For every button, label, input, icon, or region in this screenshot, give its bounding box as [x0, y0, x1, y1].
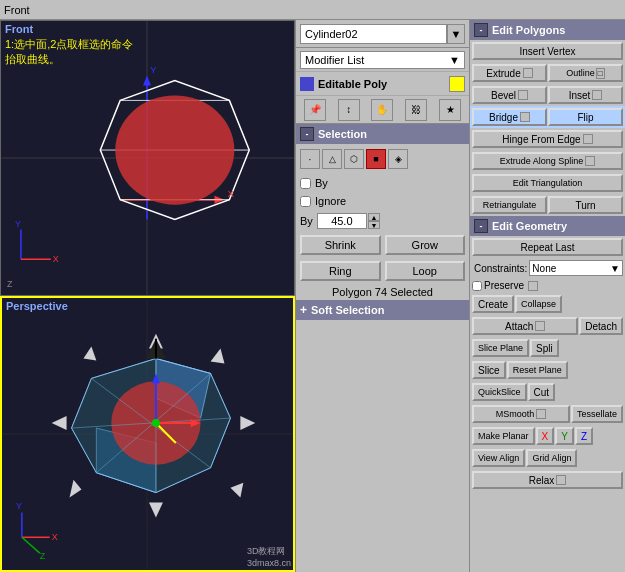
edit-triangulation-btn[interactable]: Edit Triangulation	[472, 174, 623, 192]
ep-indicator	[300, 77, 314, 91]
repeat-last-row: Repeat Last	[470, 236, 625, 258]
repeat-last-btn[interactable]: Repeat Last	[472, 238, 623, 256]
icon-chain[interactable]: ⛓	[405, 99, 427, 121]
middle-panel: Cylinder02 ▼ Modifier List ▼ Editable Po…	[295, 20, 470, 572]
retri-turn-row: Retriangulate Turn	[470, 194, 625, 216]
constraints-dropdown[interactable]: None ▼	[529, 260, 623, 276]
extrude-spline-sq[interactable]	[585, 156, 595, 166]
msmooth-btn[interactable]: MSmooth	[472, 405, 570, 423]
edit-polygons-minus-btn[interactable]: -	[474, 23, 488, 37]
ep-color-box[interactable]	[449, 76, 465, 92]
make-planar-btn[interactable]: Make Planar	[472, 427, 535, 445]
svg-point-42	[152, 419, 160, 427]
icon-pin[interactable]: 📌	[304, 99, 326, 121]
spinner-down[interactable]: ▼	[368, 221, 380, 229]
flip-btn[interactable]: Flip	[548, 108, 623, 126]
shrink-btn[interactable]: Shrink	[300, 235, 381, 255]
ring-loop-row: Ring Loop	[296, 258, 469, 284]
ignore-checkbox-row: Ignore	[296, 192, 469, 210]
z-btn[interactable]: Z	[575, 427, 593, 445]
slice-plane-btn[interactable]: Slice Plane	[472, 339, 529, 357]
sel-icon-element[interactable]: ◈	[388, 149, 408, 169]
modifier-list-dropdown[interactable]: Modifier List ▼	[300, 51, 465, 69]
svg-marker-31	[149, 503, 163, 518]
preserve-label: Preserve	[484, 280, 524, 291]
outline-sq[interactable]: □	[596, 68, 605, 79]
bridge-sq[interactable]	[520, 112, 530, 122]
extrude-sq[interactable]	[523, 68, 533, 78]
preserve-checkbox[interactable]	[472, 281, 482, 291]
cylinder-dropdown-arrow[interactable]: ▼	[447, 24, 465, 44]
shrink-grow-row: Shrink Grow	[296, 232, 469, 258]
preserve-sq[interactable]	[528, 281, 538, 291]
bridge-btn[interactable]: Bridge	[472, 108, 547, 126]
sel-icon-poly[interactable]: ■	[366, 149, 386, 169]
attach-btn[interactable]: Attach	[472, 317, 578, 335]
by-value-input[interactable]	[317, 213, 367, 229]
y-btn[interactable]: Y	[555, 427, 574, 445]
reset-plane-btn[interactable]: Reset Plane	[507, 361, 568, 379]
spinner-up[interactable]: ▲	[368, 213, 380, 221]
spli-btn[interactable]: Spli	[530, 339, 559, 357]
status-row: Polygon 74 Selected	[296, 284, 469, 300]
extrude-spline-row: Extrude Along Spline	[470, 150, 625, 172]
hinge-from-edge-btn[interactable]: Hinge From Edge	[472, 130, 623, 148]
sel-icon-edge[interactable]: ⬡	[344, 149, 364, 169]
make-planar-row: Make Planar X Y Z	[470, 425, 625, 447]
status-text: Polygon 74 Selected	[332, 286, 433, 298]
bevel-btn[interactable]: Bevel	[472, 86, 547, 104]
cylinder-title[interactable]: Cylinder02	[300, 24, 447, 44]
grow-btn[interactable]: Grow	[385, 235, 466, 255]
viewport-perspective[interactable]: Perspective	[0, 296, 295, 572]
inset-sq[interactable]	[592, 90, 602, 100]
create-btn[interactable]: Create	[472, 295, 514, 313]
retriangulate-btn[interactable]: Retriangulate	[472, 196, 547, 214]
tessellate-btn[interactable]: Tessellate	[571, 405, 623, 423]
cut-btn[interactable]: Cut	[528, 383, 556, 401]
slice-btn[interactable]: Slice	[472, 361, 506, 379]
svg-marker-33	[211, 349, 225, 364]
msmooth-sq[interactable]	[536, 409, 546, 419]
outline-btn[interactable]: Outline □	[548, 64, 623, 82]
by-checkbox[interactable]	[300, 178, 311, 189]
edit-polygons-label: Edit Polygons	[492, 24, 565, 36]
turn-btn[interactable]: Turn	[548, 196, 623, 214]
svg-marker-30	[240, 416, 255, 430]
view-align-btn[interactable]: View Align	[472, 449, 525, 467]
x-btn[interactable]: X	[536, 427, 555, 445]
ignore-checkbox[interactable]	[300, 196, 311, 207]
soft-sel-plus-btn[interactable]: +	[300, 303, 307, 317]
sel-icon-triangle[interactable]: △	[322, 149, 342, 169]
icon-move[interactable]: ↕	[338, 99, 360, 121]
ring-btn[interactable]: Ring	[300, 261, 381, 281]
extrude-along-spline-btn[interactable]: Extrude Along Spline	[472, 152, 623, 170]
icon-hand[interactable]: ✋	[371, 99, 393, 121]
viewport-front[interactable]: Front 1:选中面,2点取框选的命令 抬取曲线。	[0, 20, 295, 296]
msmooth-row: MSmooth Tessellate	[470, 403, 625, 425]
by-checkbox-row: By	[296, 174, 469, 192]
attach-sq[interactable]	[535, 321, 545, 331]
edit-geometry-minus-btn[interactable]: -	[474, 219, 488, 233]
extrude-outline-row: Extrude Outline □	[470, 62, 625, 84]
inset-btn[interactable]: Inset	[548, 86, 623, 104]
bevel-sq[interactable]	[518, 90, 528, 100]
loop-btn[interactable]: Loop	[385, 261, 466, 281]
editable-poly-row: Editable Poly	[296, 72, 469, 96]
hinge-sq[interactable]	[583, 134, 593, 144]
collapse-btn[interactable]: Collapse	[515, 295, 562, 313]
grid-align-btn[interactable]: Grid Align	[526, 449, 577, 467]
insert-vertex-btn[interactable]: Insert Vertex	[472, 42, 623, 60]
selection-minus-btn[interactable]: -	[300, 127, 314, 141]
right-panel: - Edit Polygons Insert Vertex Extrude Ou…	[470, 20, 625, 572]
sel-icon-dot[interactable]: ·	[300, 149, 320, 169]
icons-row: 📌 ↕ ✋ ⛓ ★	[296, 96, 469, 124]
quickslice-btn[interactable]: QuickSlice	[472, 383, 527, 401]
hinge-row: Hinge From Edge	[470, 128, 625, 150]
icon-star[interactable]: ★	[439, 99, 461, 121]
detach-btn[interactable]: Detach	[579, 317, 623, 335]
extrude-btn[interactable]: Extrude	[472, 64, 547, 82]
relax-sq[interactable]	[556, 475, 566, 485]
cylinder-bar: Cylinder02 ▼	[296, 20, 469, 48]
relax-btn[interactable]: Relax	[472, 471, 623, 489]
edit-tri-row: Edit Triangulation	[470, 172, 625, 194]
